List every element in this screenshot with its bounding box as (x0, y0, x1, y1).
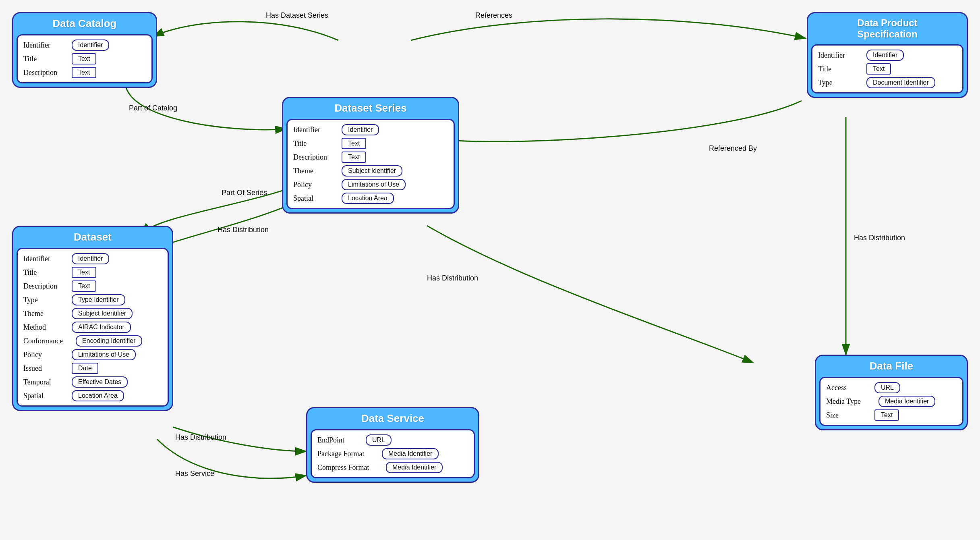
d-row-method: Method AIRAC Indicator (23, 322, 162, 333)
data-catalog-title: Data Catalog (13, 13, 156, 32)
ds-row-theme: Theme Subject Identifier (293, 165, 448, 177)
dataset-series-node: Dataset Series Identifier Identifier Tit… (282, 97, 459, 214)
d-label-type: Type (23, 296, 68, 304)
label-referenced-by: Referenced By (709, 144, 757, 153)
svc-label-endpoint: EndPoint (317, 436, 362, 444)
d-row-temporal: Temporal Effective Dates (23, 376, 162, 388)
data-catalog-value-title: Text (72, 53, 96, 64)
label-part-of-catalog: Part of Catalog (129, 104, 177, 112)
d-row-policy: Policy Limitations of Use (23, 349, 162, 360)
ds-value-desc: Text (342, 152, 366, 163)
ds-label-title: Title (293, 139, 338, 148)
dps-label-identifier: Identifier (818, 51, 862, 60)
dps-value-identifier: Identifier (866, 50, 904, 61)
d-value-desc: Text (72, 280, 96, 292)
dps-row-title: Title Text (818, 63, 957, 75)
svc-row-package: Package Format Media Identifier (317, 448, 468, 459)
df-label-access: Access (826, 384, 870, 392)
d-row-theme: Theme Subject Identifier (23, 308, 162, 319)
d-value-theme: Subject Identifier (72, 308, 133, 319)
svc-row-endpoint: EndPoint URL (317, 434, 468, 446)
data-service-body: EndPoint URL Package Format Media Identi… (311, 429, 475, 478)
svc-row-compress: Compress Format Media Identifier (317, 462, 468, 473)
dataset-series-body: Identifier Identifier Title Text Descrip… (286, 119, 455, 209)
ds-value-title: Text (342, 138, 366, 149)
d-value-identifier: Identifier (72, 253, 109, 264)
data-catalog-body: Identifier Identifier Title Text Descrip… (17, 34, 153, 83)
d-value-title: Text (72, 267, 96, 278)
df-label-size: Size (826, 411, 870, 420)
ds-value-theme: Subject Identifier (342, 165, 402, 177)
label-part-of-series: Part Of Series (222, 189, 267, 197)
data-product-spec-body: Identifier Identifier Title Text Type Do… (811, 44, 963, 93)
data-catalog-label-desc: Description (23, 69, 68, 77)
ds-row-policy: Policy Limitations of Use (293, 179, 448, 190)
d-value-issued: Date (72, 363, 98, 374)
d-label-theme: Theme (23, 309, 68, 318)
d-value-spatial: Location Area (72, 390, 124, 401)
df-row-size: Size Text (826, 409, 957, 421)
svc-label-compress: Compress Format (317, 463, 382, 472)
svc-value-compress: Media Identifier (386, 462, 443, 473)
label-has-service: Has Service (175, 469, 214, 478)
data-catalog-label-title: Title (23, 55, 68, 63)
ds-label-policy: Policy (293, 181, 338, 189)
data-catalog-row-title: Title Text (23, 53, 146, 64)
d-row-spatial: Spatial Location Area (23, 390, 162, 401)
dataset-node: Dataset Identifier Identifier Title Text… (12, 226, 173, 411)
data-catalog-label-identifier: Identifier (23, 41, 68, 50)
d-value-type: Type Identifier (72, 294, 125, 305)
d-label-policy: Policy (23, 351, 68, 359)
data-service-title: Data Service (307, 408, 478, 427)
d-label-temporal: Temporal (23, 378, 68, 386)
data-service-node: Data Service EndPoint URL Package Format… (306, 407, 479, 483)
ds-row-spatial: Spatial Location Area (293, 193, 448, 204)
label-has-distribution-dataset: Has Distribution (175, 433, 226, 442)
d-label-identifier: Identifier (23, 255, 68, 263)
ds-row-desc: Description Text (293, 152, 448, 163)
label-has-distribution-spec: Has Distribution (854, 234, 905, 242)
dps-row-identifier: Identifier Identifier (818, 50, 957, 61)
d-row-conformance: Conformance Encoding Identifier (23, 335, 162, 347)
data-catalog-node: Data Catalog Identifier Identifier Title… (12, 12, 157, 88)
d-label-spatial: Spatial (23, 392, 68, 400)
ds-row-identifier: Identifier Identifier (293, 124, 448, 135)
data-file-node: Data File Access URL Media Type Media Id… (815, 355, 968, 430)
label-has-dataset-series: Has Dataset Series (266, 11, 328, 20)
d-label-desc: Description (23, 282, 68, 291)
ds-label-theme: Theme (293, 167, 338, 175)
dps-label-type: Type (818, 79, 862, 87)
df-label-mediatype: Media Type (826, 397, 874, 406)
d-label-method: Method (23, 323, 68, 332)
data-catalog-value-identifier: Identifier (72, 39, 109, 51)
ds-label-desc: Description (293, 153, 338, 162)
svc-label-package: Package Format (317, 450, 378, 458)
label-has-distribution-series: Has Distribution (427, 274, 478, 282)
df-value-mediatype: Media Identifier (878, 396, 935, 407)
dataset-series-title: Dataset Series (283, 98, 458, 117)
data-catalog-value-desc: Text (72, 67, 96, 78)
dps-label-title: Title (818, 65, 862, 73)
ds-label-identifier: Identifier (293, 126, 338, 134)
d-label-issued: Issued (23, 364, 68, 373)
d-row-desc: Description Text (23, 280, 162, 292)
d-row-issued: Issued Date (23, 363, 162, 374)
dataset-title: Dataset (13, 227, 172, 246)
data-catalog-row-desc: Description Text (23, 67, 146, 78)
df-value-size: Text (874, 409, 899, 421)
svc-value-endpoint: URL (366, 434, 392, 446)
diagram: Has Dataset Series Part of Catalog Refer… (0, 0, 980, 540)
df-row-access: Access URL (826, 382, 957, 393)
data-file-title: Data File (816, 356, 967, 375)
data-file-body: Access URL Media Type Media Identifier S… (819, 377, 963, 426)
d-value-method: AIRAC Indicator (72, 322, 131, 333)
dps-value-title: Text (866, 63, 891, 75)
d-value-policy: Limitations of Use (72, 349, 136, 360)
data-product-spec-node: Data ProductSpecification Identifier Ide… (807, 12, 968, 98)
data-product-spec-title: Data ProductSpecification (808, 13, 967, 42)
d-row-type: Type Type Identifier (23, 294, 162, 305)
df-row-mediatype: Media Type Media Identifier (826, 396, 957, 407)
data-catalog-row-identifier: Identifier Identifier (23, 39, 146, 51)
dataset-body: Identifier Identifier Title Text Descrip… (17, 248, 169, 407)
ds-value-identifier: Identifier (342, 124, 379, 135)
